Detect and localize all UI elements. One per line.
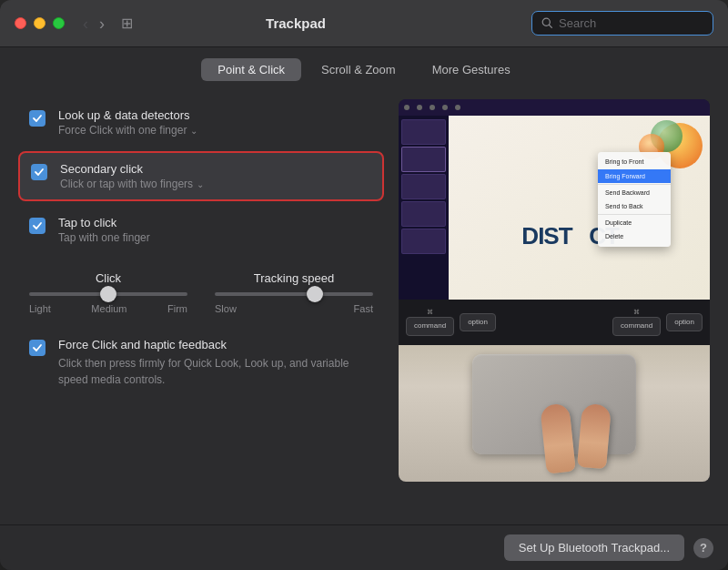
menu-dot-1 xyxy=(404,105,410,110)
menu-dot-5 xyxy=(455,105,460,110)
main-content: Look up & data detectors Force Click wit… xyxy=(0,90,728,524)
checkmark-icon xyxy=(32,113,43,124)
preview-screen: DIST CT Bring to Front Bring Forward Sen… xyxy=(399,99,710,300)
sidebar-thumb-5 xyxy=(401,229,446,254)
secondary-click-text: Secondary click Click or tap with two fi… xyxy=(60,162,204,190)
tracking-slider-group: Tracking speed Slow Fast xyxy=(215,271,373,314)
checkmark-icon xyxy=(32,342,43,353)
sidebar-thumb-4 xyxy=(401,201,446,227)
trackpad-surface xyxy=(472,354,636,454)
key-cmd-right: command xyxy=(612,317,661,335)
search-icon xyxy=(541,17,553,29)
sidebar-thumb-1 xyxy=(401,119,446,145)
key-option-left: option xyxy=(460,313,496,331)
secondary-click-checkbox[interactable] xyxy=(31,164,47,180)
left-panel: Look up & data detectors Force Click wit… xyxy=(18,99,384,524)
menu-dot-4 xyxy=(442,105,448,110)
ctx-item-6: Delete xyxy=(598,229,671,243)
click-mid-label: Medium xyxy=(91,303,126,314)
click-slider-labels: Light Medium Firm xyxy=(29,303,187,314)
finger-1 xyxy=(540,403,576,474)
tracking-max-label: Fast xyxy=(354,303,373,314)
click-slider[interactable] xyxy=(29,292,187,296)
help-button[interactable]: ? xyxy=(693,538,713,558)
ctx-item-5: Duplicate xyxy=(598,216,671,229)
click-max-label: Firm xyxy=(167,303,187,314)
tap-to-click-title: Tap to click xyxy=(58,216,150,229)
tap-to-click-text: Tap to click Tap with one finger xyxy=(58,216,150,244)
ctx-divider-2 xyxy=(598,214,671,215)
key-cmd-symbol: command xyxy=(406,317,454,335)
menu-dot-2 xyxy=(417,105,422,110)
click-min-label: Light xyxy=(29,303,51,314)
look-up-subtitle[interactable]: Force Click with one finger ⌄ xyxy=(58,124,197,137)
finger-2 xyxy=(577,403,612,470)
tap-to-click-subtitle: Tap with one finger xyxy=(58,231,150,244)
look-up-chevron: ⌄ xyxy=(190,126,197,136)
key-group-opt-left: option xyxy=(460,313,496,331)
ctx-item-4: Send to Back xyxy=(598,199,671,213)
window-title: Trackpad xyxy=(71,15,521,31)
checkmark-icon xyxy=(32,220,43,231)
preview-trackpad xyxy=(399,345,710,482)
look-up-row: Look up & data detectors Force Click wit… xyxy=(18,99,384,146)
tracking-slider-labels: Slow Fast xyxy=(215,303,373,314)
screen-canvas: DIST CT Bring to Front Bring Forward Sen… xyxy=(449,116,710,300)
titlebar: ‹ › ⊞ Trackpad xyxy=(0,0,728,47)
force-click-row: Force Click and haptic feedback Click th… xyxy=(18,327,384,399)
preview-keyboard: ⌘ command option ⌘ command option xyxy=(399,300,710,345)
ctx-item-3: Send Backward xyxy=(598,186,671,199)
context-menu: Bring to Front Bring Forward Send Backwa… xyxy=(598,152,671,246)
tracking-slider-label: Tracking speed xyxy=(215,271,373,285)
look-up-text: Look up & data detectors Force Click wit… xyxy=(58,108,197,137)
maximize-button[interactable] xyxy=(53,17,65,29)
app-window: ‹ › ⊞ Trackpad Point & Click Scroll & Zo… xyxy=(0,0,728,570)
tap-to-click-checkbox[interactable] xyxy=(29,218,46,234)
bluetooth-button[interactable]: Set Up Bluetooth Trackpad... xyxy=(504,534,684,561)
screen-sidebar xyxy=(399,116,449,300)
screen-content: DIST CT Bring to Front Bring Forward Sen… xyxy=(399,99,710,300)
svg-line-1 xyxy=(550,25,552,28)
key-group-right: ⌘ command xyxy=(612,309,661,335)
key-option-right: option xyxy=(666,313,703,331)
secondary-click-subtitle[interactable]: Click or tap with two fingers ⌄ xyxy=(60,178,204,190)
bottom-bar: Set Up Bluetooth Trackpad... ? xyxy=(0,524,728,570)
tap-to-click-row: Tap to click Tap with one finger xyxy=(18,207,384,253)
secondary-click-chevron: ⌄ xyxy=(197,179,204,189)
ctx-item-2: Bring Forward xyxy=(598,169,671,183)
look-up-checkbox[interactable] xyxy=(29,110,46,127)
secondary-click-row: Secondary click Click or tap with two fi… xyxy=(18,151,384,201)
tab-more-gestures[interactable]: More Gestures xyxy=(416,58,527,81)
sidebar-thumb-2 xyxy=(401,147,446,172)
screen-menubar xyxy=(399,99,710,116)
tracking-slider[interactable] xyxy=(215,292,373,296)
screen-main: DIST CT Bring to Front Bring Forward Sen… xyxy=(399,116,710,300)
menu-dot-3 xyxy=(430,105,435,110)
fingers-group xyxy=(543,404,609,473)
minimize-button[interactable] xyxy=(34,17,46,29)
tabs-bar: Point & Click Scroll & Zoom More Gesture… xyxy=(0,47,728,90)
force-click-title: Force Click and haptic feedback xyxy=(58,338,373,351)
force-click-checkbox[interactable] xyxy=(29,340,46,356)
sidebar-thumb-3 xyxy=(401,174,446,199)
secondary-click-title: Secondary click xyxy=(60,162,204,176)
ctx-divider-1 xyxy=(598,184,671,185)
click-slider-label: Click xyxy=(29,271,187,285)
tab-scroll-zoom[interactable]: Scroll & Zoom xyxy=(305,58,412,81)
click-slider-group: Click Light Medium Firm xyxy=(29,271,187,314)
look-up-title: Look up & data detectors xyxy=(58,108,197,122)
sliders-section: Click Light Medium Firm Tracking speed S… xyxy=(18,259,384,321)
right-panel: DIST CT Bring to Front Bring Forward Sen… xyxy=(399,99,710,524)
key-group-left: ⌘ command xyxy=(406,309,454,335)
search-box[interactable] xyxy=(531,11,713,36)
ctx-item-1: Bring to Front xyxy=(598,155,671,168)
traffic-lights xyxy=(15,17,65,29)
checkmark-icon xyxy=(34,167,45,178)
tracking-min-label: Slow xyxy=(215,303,237,314)
close-button[interactable] xyxy=(15,17,26,29)
force-click-text: Force Click and haptic feedback Click th… xyxy=(58,338,373,388)
tab-point-click[interactable]: Point & Click xyxy=(201,58,301,81)
search-input[interactable] xyxy=(559,16,703,30)
force-click-subtitle: Click then press firmly for Quick Look, … xyxy=(58,355,373,388)
